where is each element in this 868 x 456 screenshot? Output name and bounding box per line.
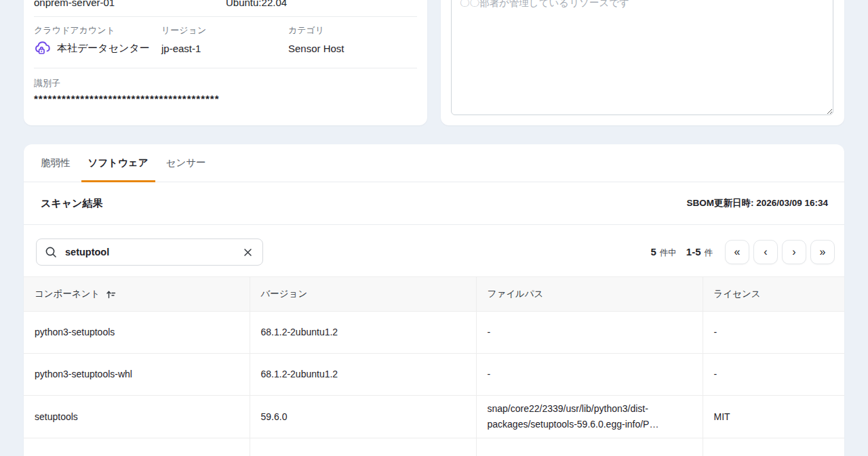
double-chevron-right-icon: » <box>820 247 826 257</box>
column-header-label: ライセンス <box>714 288 761 300</box>
table-cell: python3-setuptools-whl <box>24 354 250 396</box>
table-cell: - <box>476 354 703 396</box>
table-row: python3-setuptools-whl68.1.2-2ubuntu1.2-… <box>24 354 844 396</box>
cloud-account-field: クラウドアカウント 本社データセンター <box>34 24 161 58</box>
table-cell: MIT <box>703 396 844 438</box>
category-label: カテゴリ <box>288 24 417 37</box>
total-suffix: 件中 <box>660 247 677 259</box>
column-header-0[interactable]: コンポーネント <box>24 277 250 312</box>
scan-header: スキャン結果 SBOM更新日時: 2026/03/09 16:34 <box>24 182 844 225</box>
sort-ascending-icon <box>106 289 116 299</box>
table-cell: 68.1.2-2ubuntu1.2 <box>250 312 476 354</box>
table-cell: snap/core22/2339/usr/lib/python3/dist-pa… <box>476 396 703 438</box>
memo-card <box>441 0 844 125</box>
table-cell: - <box>703 312 844 354</box>
toolbar: 5 件中 1-5 件 « ‹ › » <box>24 225 844 276</box>
column-header-label: バージョン <box>261 288 308 300</box>
table-cell <box>24 438 250 456</box>
column-header-label: ファイルパス <box>488 288 544 300</box>
column-header-2: ファイルパス <box>476 277 703 312</box>
tab-sensor[interactable]: センサー <box>159 144 213 182</box>
memo-textarea[interactable] <box>451 0 833 115</box>
cloud-account-value: 本社データセンター <box>57 42 150 55</box>
identifier-value: **************************************** <box>34 91 417 106</box>
cloud-account-label: クラウドアカウント <box>34 24 161 37</box>
table-cell: - <box>703 354 844 396</box>
pagination-last-button[interactable]: » <box>810 240 835 264</box>
host-fields-row: クラウドアカウント 本社データセンター リージョン jp-east- <box>34 17 417 68</box>
sbom-updated-timestamp: SBOM更新日時: 2026/03/09 16:34 <box>686 197 828 209</box>
chevron-right-icon: › <box>792 247 795 257</box>
tab-software[interactable]: ソフトウェア <box>81 144 155 182</box>
identifier-label: 識別子 <box>34 77 417 90</box>
table-row: setuptools59.6.0snap/core22/2339/usr/lib… <box>24 396 844 438</box>
category-value: Sensor Host <box>288 39 417 58</box>
region-label: リージョン <box>161 24 288 37</box>
table-row: python3-setuptools68.1.2-2ubuntu1.2-- <box>24 312 844 354</box>
range-suffix: 件 <box>705 247 713 259</box>
cloud-lock-icon <box>34 41 52 56</box>
table-cell <box>703 438 844 456</box>
total-count: 5 <box>650 246 656 257</box>
table-cell <box>476 438 703 456</box>
pagination-prev-button[interactable]: ‹ <box>753 240 778 264</box>
table-header-row: コンポーネントバージョンファイルパスライセンス <box>24 277 844 312</box>
os-value: Ubuntu:22.04 <box>226 0 417 16</box>
scan-results-title: スキャン結果 <box>41 197 102 210</box>
pagination-summary: 5 件中 1-5 件 <box>650 246 713 259</box>
software-panel: 脆弱性 ソフトウェア センサー スキャン結果 SBOM更新日時: 2026/03… <box>24 144 844 456</box>
table-cell: 68.1.2-2ubuntu1.2 <box>250 354 476 396</box>
software-table: コンポーネントバージョンファイルパスライセンス python3-setuptoo… <box>24 276 844 456</box>
clear-search-button[interactable] <box>241 246 254 259</box>
table-body: python3-setuptools68.1.2-2ubuntu1.2--pyt… <box>24 312 844 456</box>
table-cell <box>250 438 476 456</box>
pagination: 5 件中 1-5 件 « ‹ › » <box>650 240 835 264</box>
search-icon <box>45 246 57 258</box>
range-text: 1-5 <box>686 246 701 257</box>
chevron-left-icon: ‹ <box>764 247 767 257</box>
region-value: jp-east-1 <box>161 39 288 58</box>
tab-bar: 脆弱性 ソフトウェア センサー <box>24 144 844 182</box>
region-field: リージョン jp-east-1 <box>161 24 288 58</box>
top-section: onprem-server-01 Ubuntu:22.04 クラウドアカウント … <box>24 0 844 125</box>
host-top-row: onprem-server-01 Ubuntu:22.04 <box>34 0 417 17</box>
hostname-value: onprem-server-01 <box>34 0 226 16</box>
table-cell: 59.6.0 <box>250 396 476 438</box>
column-header-3: ライセンス <box>703 277 844 312</box>
pagination-next-button[interactable]: › <box>782 240 806 264</box>
column-header-label: コンポーネント <box>35 288 100 300</box>
double-chevron-left-icon: « <box>734 247 741 257</box>
search-input[interactable] <box>64 246 235 258</box>
host-info-card: onprem-server-01 Ubuntu:22.04 クラウドアカウント … <box>24 0 427 125</box>
table-cell: setuptools <box>24 396 250 438</box>
table-row-partial <box>24 438 844 456</box>
close-icon <box>243 247 253 257</box>
category-field: カテゴリ Sensor Host <box>288 24 417 58</box>
table-cell: python3-setuptools <box>24 312 250 354</box>
search-box[interactable] <box>36 239 263 266</box>
column-header-1: バージョン <box>250 277 476 312</box>
table-cell: - <box>476 312 703 354</box>
tab-vulnerability[interactable]: 脆弱性 <box>34 144 77 182</box>
pagination-first-button[interactable]: « <box>725 240 749 264</box>
